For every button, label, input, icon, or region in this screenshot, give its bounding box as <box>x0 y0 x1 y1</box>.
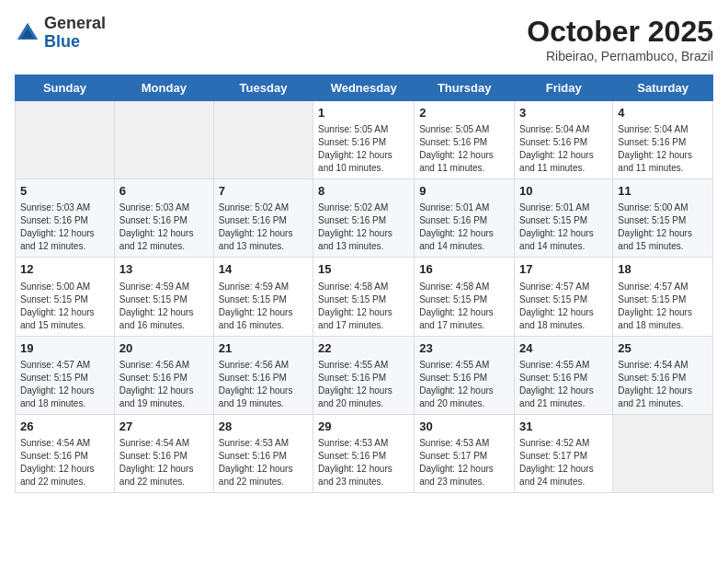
title-block: October 2025 Ribeirao, Pernambuco, Brazi… <box>527 15 713 63</box>
day-number: 31 <box>519 419 608 435</box>
weekday-header: Sunday <box>16 75 115 101</box>
calendar-cell: 14Sunrise: 4:59 AM Sunset: 5:15 PM Dayli… <box>213 258 313 336</box>
day-info: Sunrise: 5:01 AM Sunset: 5:16 PM Dayligh… <box>419 201 509 253</box>
day-number: 13 <box>119 261 209 278</box>
day-number: 6 <box>119 183 209 200</box>
day-info: Sunrise: 4:53 AM Sunset: 5:16 PM Dayligh… <box>318 437 409 488</box>
day-number: 23 <box>419 340 509 357</box>
calendar-week-row: 26Sunrise: 4:54 AM Sunset: 5:16 PM Dayli… <box>16 414 713 492</box>
day-info: Sunrise: 4:55 AM Sunset: 5:16 PM Dayligh… <box>419 359 509 410</box>
day-info: Sunrise: 4:58 AM Sunset: 5:15 PM Dayligh… <box>318 281 409 332</box>
calendar-cell: 23Sunrise: 4:55 AM Sunset: 5:16 PM Dayli… <box>415 336 515 414</box>
day-number: 28 <box>219 419 308 435</box>
day-info: Sunrise: 4:55 AM Sunset: 5:16 PM Dayligh… <box>318 359 409 410</box>
calendar-cell: 25Sunrise: 4:54 AM Sunset: 5:16 PM Dayli… <box>613 336 713 414</box>
calendar-cell: 16Sunrise: 4:58 AM Sunset: 5:15 PM Dayli… <box>415 258 515 336</box>
calendar-cell: 22Sunrise: 4:55 AM Sunset: 5:16 PM Dayli… <box>313 336 415 414</box>
calendar-cell: 30Sunrise: 4:53 AM Sunset: 5:17 PM Dayli… <box>415 414 515 492</box>
calendar-cell: 27Sunrise: 4:54 AM Sunset: 5:16 PM Dayli… <box>114 414 213 492</box>
day-number: 10 <box>519 183 608 200</box>
calendar-cell: 24Sunrise: 4:55 AM Sunset: 5:16 PM Dayli… <box>515 336 613 414</box>
weekday-header-row: SundayMondayTuesdayWednesdayThursdayFrid… <box>16 75 713 101</box>
calendar-cell: 17Sunrise: 4:57 AM Sunset: 5:15 PM Dayli… <box>515 258 613 336</box>
calendar-cell: 4Sunrise: 5:04 AM Sunset: 5:16 PM Daylig… <box>613 101 713 179</box>
logo-blue: Blue <box>44 32 80 51</box>
calendar-cell: 12Sunrise: 5:00 AM Sunset: 5:15 PM Dayli… <box>16 258 115 336</box>
day-info: Sunrise: 5:05 AM Sunset: 5:16 PM Dayligh… <box>419 123 509 175</box>
logo-text: General Blue <box>44 15 106 52</box>
day-number: 15 <box>318 261 409 278</box>
day-number: 24 <box>519 340 608 357</box>
day-number: 25 <box>618 340 708 357</box>
calendar-week-row: 12Sunrise: 5:00 AM Sunset: 5:15 PM Dayli… <box>16 258 713 336</box>
day-number: 26 <box>20 419 109 435</box>
day-number: 17 <box>519 261 608 278</box>
calendar-cell <box>613 414 713 492</box>
day-info: Sunrise: 4:59 AM Sunset: 5:15 PM Dayligh… <box>119 281 209 332</box>
day-info: Sunrise: 4:56 AM Sunset: 5:16 PM Dayligh… <box>119 359 209 410</box>
day-number: 5 <box>20 183 109 200</box>
weekday-header: Saturday <box>613 75 713 101</box>
day-info: Sunrise: 4:55 AM Sunset: 5:16 PM Dayligh… <box>519 359 608 410</box>
day-number: 22 <box>318 340 409 357</box>
day-info: Sunrise: 5:03 AM Sunset: 5:16 PM Dayligh… <box>20 201 109 253</box>
calendar-cell: 8Sunrise: 5:02 AM Sunset: 5:16 PM Daylig… <box>313 179 415 258</box>
page-header: General Blue October 2025 Ribeirao, Pern… <box>15 15 713 63</box>
day-info: Sunrise: 4:56 AM Sunset: 5:16 PM Dayligh… <box>219 359 308 410</box>
day-number: 14 <box>219 261 308 278</box>
day-info: Sunrise: 4:59 AM Sunset: 5:15 PM Dayligh… <box>219 281 308 332</box>
day-info: Sunrise: 4:52 AM Sunset: 5:17 PM Dayligh… <box>519 437 608 488</box>
calendar-cell: 28Sunrise: 4:53 AM Sunset: 5:16 PM Dayli… <box>213 414 313 492</box>
day-number: 8 <box>318 183 409 200</box>
location-subtitle: Ribeirao, Pernambuco, Brazil <box>527 49 713 63</box>
day-info: Sunrise: 5:03 AM Sunset: 5:16 PM Dayligh… <box>119 201 209 253</box>
calendar-table: SundayMondayTuesdayWednesdayThursdayFrid… <box>15 75 713 493</box>
day-info: Sunrise: 5:01 AM Sunset: 5:15 PM Dayligh… <box>519 201 608 253</box>
day-info: Sunrise: 4:57 AM Sunset: 5:15 PM Dayligh… <box>519 281 608 332</box>
day-number: 30 <box>419 419 509 435</box>
day-number: 2 <box>419 105 509 121</box>
weekday-header: Monday <box>114 75 213 101</box>
day-info: Sunrise: 4:57 AM Sunset: 5:15 PM Dayligh… <box>618 281 708 332</box>
calendar-cell: 1Sunrise: 5:05 AM Sunset: 5:16 PM Daylig… <box>313 101 415 179</box>
calendar-cell: 13Sunrise: 4:59 AM Sunset: 5:15 PM Dayli… <box>114 258 213 336</box>
calendar-cell: 3Sunrise: 5:04 AM Sunset: 5:16 PM Daylig… <box>515 101 613 179</box>
calendar-week-row: 5Sunrise: 5:03 AM Sunset: 5:16 PM Daylig… <box>16 179 713 258</box>
day-number: 11 <box>618 183 708 200</box>
day-info: Sunrise: 5:00 AM Sunset: 5:15 PM Dayligh… <box>618 201 708 253</box>
day-info: Sunrise: 4:57 AM Sunset: 5:15 PM Dayligh… <box>20 359 109 410</box>
logo: General Blue <box>15 15 106 52</box>
day-info: Sunrise: 4:54 AM Sunset: 5:16 PM Dayligh… <box>20 437 109 488</box>
day-number: 20 <box>119 340 209 357</box>
day-info: Sunrise: 4:53 AM Sunset: 5:16 PM Dayligh… <box>219 437 308 488</box>
day-info: Sunrise: 5:05 AM Sunset: 5:16 PM Dayligh… <box>318 123 409 175</box>
day-number: 16 <box>419 261 509 278</box>
day-number: 1 <box>318 105 409 121</box>
calendar-cell: 26Sunrise: 4:54 AM Sunset: 5:16 PM Dayli… <box>16 414 115 492</box>
weekday-header: Friday <box>515 75 613 101</box>
day-info: Sunrise: 4:53 AM Sunset: 5:17 PM Dayligh… <box>419 437 509 488</box>
calendar-cell: 11Sunrise: 5:00 AM Sunset: 5:15 PM Dayli… <box>613 179 713 258</box>
calendar-cell: 29Sunrise: 4:53 AM Sunset: 5:16 PM Dayli… <box>313 414 415 492</box>
calendar-cell: 10Sunrise: 5:01 AM Sunset: 5:15 PM Dayli… <box>515 179 613 258</box>
day-info: Sunrise: 4:58 AM Sunset: 5:15 PM Dayligh… <box>419 281 509 332</box>
weekday-header: Thursday <box>415 75 515 101</box>
day-number: 19 <box>20 340 109 357</box>
day-info: Sunrise: 5:02 AM Sunset: 5:16 PM Dayligh… <box>219 201 308 253</box>
calendar-cell: 31Sunrise: 4:52 AM Sunset: 5:17 PM Dayli… <box>515 414 613 492</box>
calendar-cell <box>114 101 213 179</box>
day-number: 7 <box>219 183 308 200</box>
day-number: 27 <box>119 419 209 435</box>
logo-icon <box>15 20 40 46</box>
calendar-cell: 6Sunrise: 5:03 AM Sunset: 5:16 PM Daylig… <box>114 179 213 258</box>
day-number: 3 <box>519 105 608 121</box>
calendar-cell: 15Sunrise: 4:58 AM Sunset: 5:15 PM Dayli… <box>313 258 415 336</box>
day-number: 21 <box>219 340 308 357</box>
calendar-cell <box>213 101 313 179</box>
day-info: Sunrise: 5:00 AM Sunset: 5:15 PM Dayligh… <box>20 281 109 332</box>
calendar-cell: 9Sunrise: 5:01 AM Sunset: 5:16 PM Daylig… <box>415 179 515 258</box>
calendar-cell: 18Sunrise: 4:57 AM Sunset: 5:15 PM Dayli… <box>613 258 713 336</box>
month-title: October 2025 <box>527 15 713 49</box>
calendar-cell <box>16 101 115 179</box>
calendar-cell: 2Sunrise: 5:05 AM Sunset: 5:16 PM Daylig… <box>415 101 515 179</box>
